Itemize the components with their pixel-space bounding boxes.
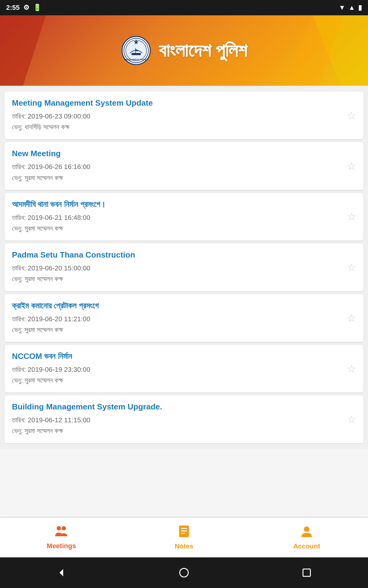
meeting-card[interactable]: NCCOM ভবন নির্মান তারিখ: 2019-06-19 23:3… (4, 345, 364, 393)
meeting-title: Padma Setu Thana Construction (12, 250, 342, 260)
meeting-venue: ভেনু: ধানসিঁড়ি সম্মেলন কক্ষ (12, 122, 342, 132)
star-icon[interactable]: ☆ (347, 109, 356, 122)
nav-item-account[interactable]: Account (245, 525, 368, 550)
meeting-date: তারিখ: 2019-06-12 11:15:00 (12, 415, 342, 425)
meeting-card[interactable]: ক্রাইম কমানোর প্রেটাকল প্রসংগে তারিখ: 20… (4, 294, 364, 342)
account-nav-icon (300, 525, 313, 541)
status-bar-right: ▼ ▲ ▮ (339, 4, 362, 12)
recent-button[interactable] (299, 565, 314, 580)
svg-text:BANGLADESH POLICE: BANGLADESH POLICE (124, 58, 148, 61)
svg-point-5 (62, 526, 66, 530)
meeting-card-content: Padma Setu Thana Construction তারিখ: 201… (12, 250, 342, 284)
svg-rect-13 (303, 569, 310, 576)
meeting-title: NCCOM ভবন নির্মান (12, 352, 342, 361)
notes-nav-icon (178, 525, 190, 541)
wifi-icon: ▼ (339, 4, 345, 12)
status-time: 2:55 (6, 4, 20, 12)
svg-point-10 (304, 526, 309, 532)
meeting-venue: ভেনু: সুরমা সম্মেলন কক্ষ (12, 172, 342, 183)
meeting-card-content: NCCOM ভবন নির্মান তারিখ: 2019-06-19 23:3… (12, 352, 342, 386)
star-icon[interactable]: ☆ (347, 261, 356, 273)
meeting-date: তারিখ: 2019-06-23 09:00:00 (12, 111, 342, 122)
account-nav-label: Account (293, 542, 320, 550)
meeting-card[interactable]: Building Management System Upgrade. তারি… (4, 395, 364, 443)
svg-marker-11 (59, 569, 63, 576)
meeting-card-content: New Meeting তারিখ: 2019-06-26 16:16:00 ভ… (12, 149, 342, 183)
svg-point-4 (57, 526, 61, 530)
meetings-nav-label: Meetings (47, 542, 76, 550)
svg-point-12 (180, 568, 188, 577)
notes-nav-label: Notes (174, 542, 193, 550)
meeting-title: আদমদীঘি থানা ভবন নির্মান প্রসংগে। (12, 200, 342, 209)
main-content: BANGLADESH POLICE বাংলাদেশ পুলিশ Meeting… (0, 15, 368, 527)
svg-rect-8 (181, 530, 187, 531)
settings-icon: ⚙ (23, 4, 29, 12)
star-icon[interactable]: ☆ (347, 160, 356, 172)
meeting-card[interactable]: আদমদীঘি থানা ভবন নির্মান প্রসংগে। তারিখ:… (4, 193, 364, 241)
system-navigation (0, 557, 368, 588)
meeting-card-content: Meeting Management System Update তারিখ: … (12, 98, 342, 132)
meeting-title: New Meeting (12, 149, 342, 158)
star-icon[interactable]: ☆ (347, 363, 356, 375)
meeting-venue: ভেনু: সুরমা সম্মেলন কক্ষ (12, 324, 342, 335)
meeting-card[interactable]: New Meeting তারিখ: 2019-06-26 16:16:00 ভ… (4, 142, 364, 190)
meeting-card[interactable]: Padma Setu Thana Construction তারিখ: 201… (4, 243, 364, 291)
star-icon[interactable]: ☆ (347, 413, 356, 425)
meeting-venue: ভেনু: সুরমা সম্মেলন কক্ষ (12, 273, 342, 284)
meeting-card-content: ক্রাইম কমানোর প্রেটাকল প্রসংগে তারিখ: 20… (12, 301, 342, 335)
signal-icon: ▲ (348, 4, 355, 12)
meeting-card[interactable]: Meeting Management System Update তারিখ: … (4, 91, 364, 139)
battery-icon: ▮ (358, 4, 362, 12)
police-logo: BANGLADESH POLICE (121, 35, 151, 66)
meeting-venue: ভেনু: সুরমা সম্মেলন কক্ষ (12, 425, 342, 436)
meeting-list: Meeting Management System Update তারিখ: … (0, 86, 368, 449)
meeting-date: তারিখ: 2019-06-26 16:16:00 (12, 161, 342, 172)
meeting-card-content: আদমদীঘি থানা ভবন নির্মান প্রসংগে। তারিখ:… (12, 200, 342, 234)
bottom-navigation: Meetings Notes Account (0, 518, 368, 557)
svg-rect-9 (181, 533, 185, 534)
nav-item-meetings[interactable]: Meetings (0, 525, 123, 550)
meeting-date: তারিখ: 2019-06-19 23:30:00 (12, 364, 342, 375)
meeting-title: Building Management System Upgrade. (12, 402, 342, 412)
svg-rect-7 (181, 528, 187, 529)
meeting-card-content: Building Management System Upgrade. তারি… (12, 402, 342, 436)
meetings-nav-icon (55, 525, 68, 540)
star-icon[interactable]: ☆ (347, 312, 356, 324)
header-content: BANGLADESH POLICE বাংলাদেশ পুলিশ (121, 35, 247, 66)
header-banner: BANGLADESH POLICE বাংলাদেশ পুলিশ (0, 15, 368, 86)
meeting-venue: ভেনু: সুরমা সম্মেলন কক্ষ (12, 223, 342, 234)
battery-charging-icon: 🔋 (33, 4, 41, 12)
meeting-title: ক্রাইম কমানোর প্রেটাকল প্রসংগে (12, 301, 342, 311)
status-bar: 2:55 ⚙ 🔋 ▼ ▲ ▮ (0, 0, 368, 15)
star-icon[interactable]: ☆ (347, 210, 356, 223)
meeting-venue: ভেনু: সুরমা সম্মেলন কক্ষ (12, 375, 342, 386)
meeting-date: তারিখ: 2019-06-21 16:48:00 (12, 212, 342, 223)
meeting-date: তারিখ: 2019-06-20 11:21:00 (12, 314, 342, 324)
nav-item-notes[interactable]: Notes (123, 525, 245, 550)
status-bar-left: 2:55 ⚙ 🔋 (6, 4, 41, 12)
app-title: বাংলাদেশ পুলিশ (159, 40, 247, 61)
home-button[interactable] (176, 565, 192, 580)
meeting-title: Meeting Management System Update (12, 98, 342, 108)
back-button[interactable] (54, 565, 69, 580)
meeting-date: তারিখ: 2019-06-20 15:00:00 (12, 263, 342, 273)
